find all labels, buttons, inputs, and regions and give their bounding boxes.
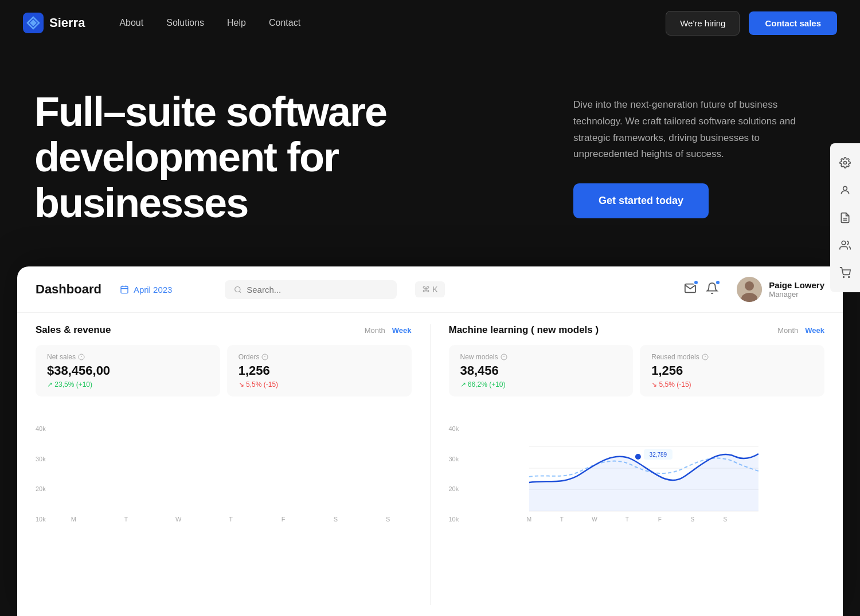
- bar-w-label: W: [175, 516, 181, 523]
- user-name: Paige Lowery: [769, 280, 824, 290]
- hero-right: Dive into the next-generation future of …: [573, 97, 826, 219]
- bar-chart: M T W T F: [50, 425, 412, 523]
- svg-text:T: T: [626, 516, 629, 523]
- line-chart-area: 10k 20k 30k 40k: [449, 408, 825, 523]
- bar-chart-area: 10k 20k 30k 40k M T W: [36, 408, 412, 523]
- info-icon-orders: [261, 354, 268, 360]
- cart-icon[interactable]: [832, 260, 858, 285]
- search-icon: [234, 285, 242, 294]
- bar-f: F: [260, 512, 306, 523]
- ml-y-10k: 10k: [449, 516, 459, 523]
- dashboard-card: Dashboard April 2023 ⌘ K: [17, 266, 843, 616]
- ml-toggle-week[interactable]: Week: [805, 326, 824, 335]
- svg-point-5: [842, 241, 846, 245]
- bar-s1-label: S: [334, 516, 338, 523]
- chart-divider: [430, 324, 431, 605]
- orders-stat: Orders 1,256 ↘ 5,5% (-15): [227, 345, 412, 397]
- right-toolbar: [830, 143, 860, 292]
- bar-s1: S: [312, 512, 359, 523]
- hiring-button[interactable]: We're hiring: [666, 11, 740, 36]
- bell-badge: [715, 280, 721, 285]
- bar-s2: S: [365, 512, 411, 523]
- sales-chart-panel: Sales & revenue Month Week Net sales $38…: [36, 324, 412, 605]
- gear-icon[interactable]: [832, 150, 858, 175]
- bar-m: M: [50, 512, 97, 523]
- ml-toggle-month[interactable]: Month: [777, 326, 798, 335]
- nav-links: About Solutions Help Contact: [119, 18, 666, 28]
- nav-solutions[interactable]: Solutions: [166, 18, 204, 28]
- hero-section: Full–suite software development for busi…: [0, 46, 860, 269]
- dashboard-date-text: April 2023: [134, 285, 173, 295]
- search-input[interactable]: [247, 285, 388, 295]
- mail-badge: [693, 280, 699, 285]
- sales-chart-header: Sales & revenue Month Week: [36, 324, 412, 336]
- new-models-value: 38,456: [460, 363, 622, 378]
- reused-label: Reused models: [651, 353, 813, 361]
- dashboard-date[interactable]: April 2023: [120, 285, 173, 295]
- ml-chart-toggle: Month Week: [777, 326, 824, 335]
- logo-text: Sierra: [49, 15, 85, 30]
- document-icon[interactable]: [832, 205, 858, 230]
- net-sales-change: ↗ 23,5% (+10): [47, 380, 209, 389]
- calendar-icon: [120, 285, 129, 294]
- header-icons: [684, 282, 718, 297]
- ml-chart-panel: Machine learning ( new models ) Month We…: [449, 324, 825, 605]
- line-chart-svg-container: 32,789 M T W T F S S: [463, 425, 824, 523]
- orders-value: 1,256: [239, 363, 400, 378]
- bell-icon[interactable]: [706, 282, 718, 297]
- bar-t2: T: [208, 512, 254, 523]
- net-sales-value: $38,456,00: [47, 363, 209, 378]
- sales-toggle-week[interactable]: Week: [392, 326, 412, 335]
- ml-y-30k: 30k: [449, 456, 459, 462]
- orders-change: ↘ 5,5% (-15): [239, 380, 400, 389]
- nav-help[interactable]: Help: [227, 18, 246, 28]
- orders-label: Orders: [239, 353, 400, 361]
- reused-change: ↘ 5,5% (-15): [651, 380, 813, 389]
- reused-models-stat: Reused models 1,256 ↘ 5,5% (-15): [640, 345, 824, 397]
- svg-text:S: S: [724, 516, 728, 523]
- logo[interactable]: Sierra: [23, 13, 85, 33]
- y-label-40k: 40k: [36, 425, 46, 432]
- nav-about[interactable]: About: [119, 18, 143, 28]
- net-sales-stat: Net sales $38,456,00 ↗ 23,5% (+10): [36, 345, 220, 397]
- ml-y-20k: 20k: [449, 485, 459, 492]
- svg-text:M: M: [527, 516, 531, 523]
- new-models-change: ↗ 66,2% (+10): [460, 380, 622, 389]
- svg-text:T: T: [560, 516, 564, 523]
- sales-chart-title: Sales & revenue: [36, 324, 111, 336]
- nav-right: We're hiring Contact sales: [666, 11, 837, 36]
- reused-value: 1,256: [651, 363, 813, 378]
- sales-stats-row: Net sales $38,456,00 ↗ 23,5% (+10) Order…: [36, 345, 412, 397]
- ml-y-40k: 40k: [449, 425, 459, 432]
- user-details: Paige Lowery Manager: [769, 280, 824, 299]
- sales-toggle-month[interactable]: Month: [365, 326, 385, 335]
- svg-rect-8: [121, 287, 128, 293]
- user-circle-icon[interactable]: [832, 178, 858, 203]
- svg-point-1: [844, 162, 847, 164]
- contact-sales-button[interactable]: Contact sales: [749, 11, 837, 35]
- dashboard-title: Dashboard: [36, 282, 101, 297]
- hero-description: Dive into the next-generation future of …: [573, 97, 826, 163]
- users-icon[interactable]: [832, 233, 858, 258]
- bar-t1-label: T: [124, 516, 128, 523]
- hero-title: Full–suite software development for busi…: [34, 89, 390, 226]
- avatar-image: [737, 277, 762, 302]
- svg-text:F: F: [658, 516, 662, 523]
- user-role: Manager: [769, 290, 824, 299]
- sales-chart-toggle: Month Week: [365, 326, 412, 335]
- search-box[interactable]: [225, 280, 397, 299]
- svg-point-6: [843, 277, 845, 278]
- info-icon: [78, 354, 85, 360]
- net-sales-label: Net sales: [47, 353, 209, 361]
- mail-icon[interactable]: [684, 282, 697, 297]
- ml-stats-row: New models 38,456 ↗ 66,2% (+10) Reused m…: [449, 345, 825, 397]
- svg-text:S: S: [691, 516, 695, 523]
- ml-y-axis: 10k 20k 30k 40k: [449, 425, 464, 523]
- get-started-button[interactable]: Get started today: [573, 183, 709, 218]
- nav-contact[interactable]: Contact: [269, 18, 300, 28]
- bar-m-label: M: [71, 516, 76, 523]
- bar-f-label: F: [282, 516, 286, 523]
- svg-line-13: [240, 291, 241, 292]
- navbar: Sierra About Solutions Help Contact We'r…: [0, 0, 860, 46]
- info-icon-reused: [702, 354, 709, 360]
